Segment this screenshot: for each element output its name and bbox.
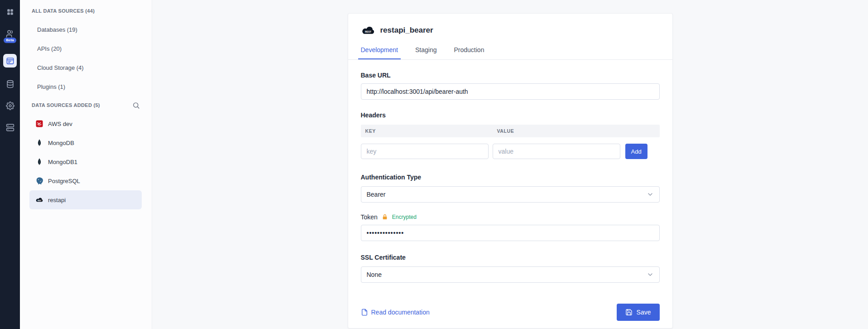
ssl-certificate-value: None [367,271,382,278]
value-column-header: VALUE [493,128,514,134]
base-url-label: Base URL [361,72,660,79]
database-layers-icon[interactable] [5,78,15,89]
users-section: Beta [4,28,16,43]
all-data-sources-header-label: ALL DATA SOURCES (44) [32,8,95,14]
header-value-input[interactable] [493,144,620,159]
datasource-config-card: REST restapi_bearer Development Staging … [348,13,673,329]
mongodb-leaf-icon [35,158,43,166]
sidebar-item-mongodb1[interactable]: MongoDB1 [29,152,142,171]
data-sources-added-header: DATA SOURCES ADDED (5) [20,96,152,114]
tabs-divider [348,59,672,60]
all-data-sources-header: ALL DATA SOURCES (44) [20,2,152,20]
chevron-down-icon [647,191,654,198]
sidebar-item-aws-dev[interactable]: AWS dev [29,114,142,133]
sidebar-item-restapi[interactable]: REST restapi [29,190,142,209]
datasource-label: AWS dev [48,121,72,127]
lock-icon [382,214,388,220]
headers-label: Headers [361,111,660,119]
sidebar-item-plugins[interactable]: Plugins (1) [20,77,152,96]
card-footer: Read documentation Save [361,304,660,321]
page-title: restapi_bearer [380,26,433,35]
chevron-down-icon [647,271,654,278]
sidebar-item-mongodb[interactable]: MongoDB [29,133,142,152]
tab-staging[interactable]: Staging [415,46,436,59]
environment-tabs: Development Staging Production [361,46,660,59]
main-content: REST restapi_bearer Development Staging … [152,0,868,329]
beta-badge: Beta [4,38,16,43]
add-header-button[interactable]: Add [625,144,647,159]
rest-api-cloud-icon: REST [361,25,375,35]
data-sources-added-header-label: DATA SOURCES ADDED (5) [32,102,100,108]
settings-gear-icon[interactable] [5,100,15,111]
svg-text:REST: REST [38,200,41,202]
save-button[interactable]: Save [617,304,660,321]
tab-production[interactable]: Production [454,46,484,59]
authentication-type-select[interactable]: Bearer [361,186,660,203]
datasource-label: PostgreSQL [48,178,80,184]
base-url-input[interactable] [361,83,660,100]
datasource-form: Base URL Headers KEY VALUE Add Authentic… [361,72,660,321]
headers-table-header: KEY VALUE [361,125,660,137]
aws-icon [35,120,43,128]
server-icon[interactable] [5,122,15,133]
authentication-type-label: Authentication Type [361,174,660,181]
read-documentation-label: Read documentation [371,309,430,316]
document-icon [361,309,368,316]
encrypted-badge: Encrypted [392,214,417,220]
sidebar-item-databases[interactable]: Databases (19) [20,20,152,39]
datasources-icon[interactable] [3,54,17,68]
headers-input-row: Add [361,144,660,159]
save-floppy-icon [625,309,633,316]
token-label-row: Token Encrypted [361,213,660,221]
sidebar-item-apis[interactable]: APIs (20) [20,39,152,58]
tab-development[interactable]: Development [361,46,398,59]
save-button-label: Save [637,309,651,316]
datasource-label: restapi [48,197,66,203]
read-documentation-link[interactable]: Read documentation [361,309,430,316]
svg-text:REST: REST [364,30,371,33]
search-icon[interactable] [130,99,142,111]
token-label: Token [361,213,378,221]
apps-grid-icon[interactable] [5,6,15,17]
datasource-label: MongoDB1 [48,159,77,165]
card-header: REST restapi_bearer [361,14,660,37]
sidebar-item-postgresql[interactable]: PostgreSQL [29,171,142,190]
datasource-label: MongoDB [48,140,74,146]
datasources-sidebar: ALL DATA SOURCES (44) Databases (19) API… [20,0,152,329]
ssl-certificate-select[interactable]: None [361,266,660,283]
app-window: Beta ALL DATA SOURCES (44) Databases (19… [0,0,868,329]
postgresql-elephant-icon [35,177,43,185]
token-input[interactable] [361,225,660,241]
sidebar-item-cloud-storage[interactable]: Cloud Storage (4) [20,58,152,77]
ssl-certificate-label: SSL Certificate [361,254,660,261]
rest-api-cloud-icon: REST [35,196,43,204]
left-icon-rail: Beta [0,0,20,329]
header-key-input[interactable] [361,144,489,159]
authentication-type-value: Bearer [367,191,386,198]
mongodb-leaf-icon [35,139,43,147]
key-column-header: KEY [361,128,493,134]
